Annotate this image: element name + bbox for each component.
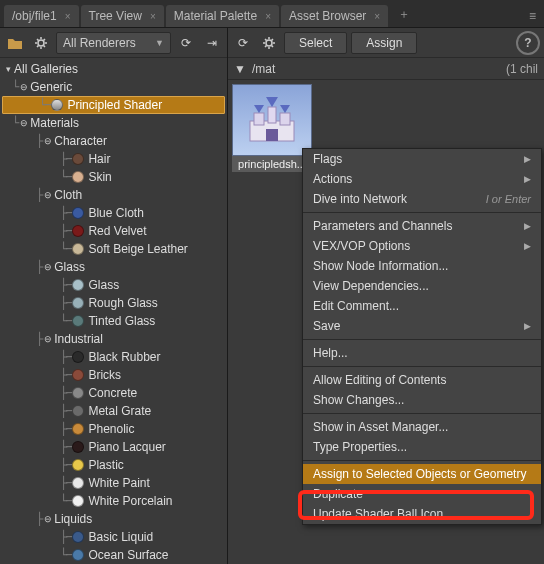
tree-item-label: Concrete <box>88 386 137 400</box>
tree-item-label: Red Velvet <box>88 224 146 238</box>
tree-item[interactable]: └─Soft Beige Leather <box>0 240 227 258</box>
tab-material-palette[interactable]: Material Palette× <box>166 5 279 27</box>
menu-save[interactable]: Save▶ <box>303 316 541 336</box>
tree-item[interactable]: ├─Phenolic <box>0 420 227 438</box>
tree-item[interactable]: └─Skin <box>0 168 227 186</box>
menu-show-in-asset-manager[interactable]: Show in Asset Manager... <box>303 417 541 437</box>
menu-vex-vop[interactable]: VEX/VOP Options▶ <box>303 236 541 256</box>
tree-item[interactable]: ├─Piano Lacquer <box>0 438 227 456</box>
tree-item-label: White Paint <box>88 476 149 490</box>
tree-item[interactable]: ├─Metal Grate <box>0 402 227 420</box>
tree-item[interactable]: ├─Concrete <box>0 384 227 402</box>
close-icon[interactable]: × <box>374 11 380 22</box>
material-swatch-icon <box>72 423 84 435</box>
tree-group-industrial[interactable]: ├⊖Industrial <box>0 330 227 348</box>
menu-parameters[interactable]: Parameters and Channels▶ <box>303 216 541 236</box>
menu-separator <box>303 366 541 367</box>
tree-item-principled-shader[interactable]: └─Principled Shader <box>2 96 225 114</box>
chevron-right-icon: ▶ <box>524 174 531 184</box>
tree-item-label: Basic Liquid <box>88 530 153 544</box>
menu-duplicate[interactable]: Duplicate <box>303 484 541 504</box>
transfer-icon[interactable]: ⇥ <box>201 32 223 54</box>
right-toolbar: ⟳ Select Assign ? <box>228 28 544 58</box>
tree-item[interactable]: ├─Red Velvet <box>0 222 227 240</box>
tree-item[interactable]: ├─White Paint <box>0 474 227 492</box>
refresh-icon[interactable]: ⟳ <box>232 32 254 54</box>
top-tab-bar: /obj/file1× Tree View× Material Palette×… <box>0 0 544 28</box>
svg-marker-6 <box>254 105 264 113</box>
material-swatch-icon <box>72 549 84 561</box>
menu-dive-into-network[interactable]: Dive into NetworkI or Enter <box>303 189 541 209</box>
close-icon[interactable]: × <box>150 11 156 22</box>
menu-type-properties[interactable]: Type Properties... <box>303 437 541 457</box>
tree-root[interactable]: ▾All Galleries <box>0 60 227 78</box>
menu-assign-to-selected[interactable]: Assign to Selected Objects or Geometry <box>303 464 541 484</box>
folder-open-icon[interactable] <box>4 32 26 54</box>
material-swatch-icon <box>72 351 84 363</box>
material-swatch-icon <box>72 369 84 381</box>
gear-icon[interactable] <box>258 32 280 54</box>
tree-group-character[interactable]: ├⊖Character <box>0 132 227 150</box>
breadcrumb[interactable]: ▼/mat (1 chil <box>228 58 544 80</box>
svg-rect-8 <box>268 107 276 123</box>
material-swatch-icon <box>72 153 84 165</box>
menu-actions[interactable]: Actions▶ <box>303 169 541 189</box>
tree-item-label: Metal Grate <box>88 404 151 418</box>
menu-view-dependencies[interactable]: View Dependencies... <box>303 276 541 296</box>
tree-item[interactable]: ├─Bricks <box>0 366 227 384</box>
close-icon[interactable]: × <box>265 11 271 22</box>
help-icon[interactable]: ? <box>516 31 540 55</box>
material-swatch-icon <box>72 495 84 507</box>
material-swatch-icon <box>72 243 84 255</box>
add-tab-button[interactable]: ＋ <box>390 2 418 27</box>
assign-button[interactable]: Assign <box>351 32 417 54</box>
close-icon[interactable]: × <box>65 11 71 22</box>
menu-allow-editing[interactable]: Allow Editing of Contents <box>303 370 541 390</box>
tab-tree-view[interactable]: Tree View× <box>81 5 164 27</box>
tree-item[interactable]: ├─Hair <box>0 150 227 168</box>
tree-group-liquids[interactable]: ├⊖Liquids <box>0 510 227 528</box>
material-swatch-icon <box>72 279 84 291</box>
node-thumbnail[interactable]: principledsh... <box>232 84 312 172</box>
tree-group-generic[interactable]: └⊖Generic <box>0 78 227 96</box>
menu-show-node-info[interactable]: Show Node Information... <box>303 256 541 276</box>
material-swatch-icon <box>72 477 84 489</box>
tree-item[interactable]: ├─Black Rubber <box>0 348 227 366</box>
svg-point-1 <box>266 40 272 46</box>
tree-item[interactable]: ├─Basic Liquid <box>0 528 227 546</box>
tab-menu-icon[interactable]: ≡ <box>525 5 540 27</box>
tree-item[interactable]: └─Ocean Surface <box>0 546 227 564</box>
left-toolbar: All Renderers▼ ⟳ ⇥ <box>0 28 227 58</box>
menu-help[interactable]: Help... <box>303 343 541 363</box>
renderer-dropdown[interactable]: All Renderers▼ <box>56 32 171 54</box>
menu-flags[interactable]: Flags▶ <box>303 149 541 169</box>
material-swatch-icon <box>72 441 84 453</box>
material-swatch-icon <box>72 531 84 543</box>
menu-separator <box>303 212 541 213</box>
refresh-icon[interactable]: ⟳ <box>175 32 197 54</box>
tab-asset-browser[interactable]: Asset Browser× <box>281 5 388 27</box>
select-button[interactable]: Select <box>284 32 347 54</box>
tree-item-label: Ocean Surface <box>88 548 168 562</box>
tree-group-glass[interactable]: ├⊖Glass <box>0 258 227 276</box>
svg-rect-5 <box>280 113 290 125</box>
gear-icon[interactable] <box>30 32 52 54</box>
tree-item[interactable]: ├─Glass <box>0 276 227 294</box>
tab-obj-file1[interactable]: /obj/file1× <box>4 5 79 27</box>
tree-group-cloth[interactable]: ├⊖Cloth <box>0 186 227 204</box>
tree-item[interactable]: └─Tinted Glass <box>0 312 227 330</box>
tree-item-label: Phenolic <box>88 422 134 436</box>
tree-item[interactable]: └─White Porcelain <box>0 492 227 510</box>
material-tree: ▾All Galleries └⊖Generic └─Principled Sh… <box>0 58 227 564</box>
tree-item[interactable]: ├─Rough Glass <box>0 294 227 312</box>
menu-show-changes[interactable]: Show Changes... <box>303 390 541 410</box>
tree-item-label: Piano Lacquer <box>88 440 165 454</box>
menu-edit-comment[interactable]: Edit Comment... <box>303 296 541 316</box>
menu-update-shader-ball[interactable]: Update Shader Ball Icon <box>303 504 541 524</box>
material-tree-panel: All Renderers▼ ⟳ ⇥ ▾All Galleries └⊖Gene… <box>0 28 228 564</box>
tree-group-materials[interactable]: └⊖Materials <box>0 114 227 132</box>
tree-item[interactable]: ├─Blue Cloth <box>0 204 227 222</box>
menu-separator <box>303 413 541 414</box>
tree-item[interactable]: ├─Plastic <box>0 456 227 474</box>
tree-item-label: White Porcelain <box>88 494 172 508</box>
